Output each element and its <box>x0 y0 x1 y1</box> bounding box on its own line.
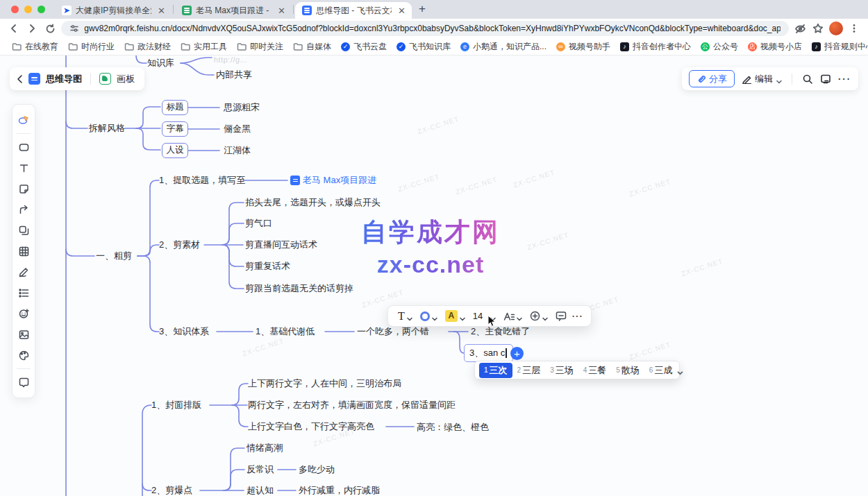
mindmap-node-cm5[interactable]: 剪跟当前选题无关的话剪掉 <box>245 282 353 295</box>
shape-tool-icon[interactable] <box>13 220 34 241</box>
new-tab-button[interactable]: + <box>419 2 426 16</box>
bookmark-folder[interactable]: 时尚行业 <box>63 40 119 54</box>
bookmark-folder[interactable]: 在线教育 <box>7 40 63 54</box>
share-button[interactable]: 分享 <box>689 70 735 87</box>
connector-tool-icon[interactable] <box>13 199 34 220</box>
ime-candidate-1[interactable]: 1三次 <box>479 363 512 378</box>
editing-node-input[interactable]: 3、san c <box>464 344 513 362</box>
image-tool-icon[interactable] <box>13 324 34 345</box>
tab-1[interactable]: ➤ 大健康IP剪辑接单全流程 - 飞... ✕ <box>55 2 172 19</box>
mindmap-node-style[interactable]: 拆解风格 <box>89 122 125 135</box>
more-format-icon[interactable]: ··· <box>572 311 583 321</box>
whiteboard-canvas[interactable]: ZX-CC.NETZX-CC.NETZX-CC.NETZX-CC.NETZX-C… <box>0 55 868 496</box>
mindmap-node-cut-material[interactable]: 2、剪素材 <box>159 239 200 251</box>
mindmap-node-cv3a[interactable]: 高亮：绿色、橙色 <box>417 421 489 434</box>
mindmap-node-faint-link[interactable]: http://g... <box>214 53 247 66</box>
mindmap-node-pick-topic[interactable]: 1、提取选题，填写至 <box>159 174 245 187</box>
text-highlight-button[interactable]: A <box>443 310 467 322</box>
tab-3-active[interactable]: 思维导图 - 飞书云文档 ✕ <box>295 2 412 19</box>
eye-off-icon[interactable] <box>793 22 807 35</box>
bookmark-folder[interactable]: 政法财经 <box>119 40 176 54</box>
frame-tool-icon[interactable] <box>13 137 34 157</box>
insert-button[interactable] <box>528 311 550 321</box>
mindmap-node-doc-link[interactable]: 老马 Max项目跟进 <box>290 174 376 187</box>
bookmark-site[interactable]: e小鹅通，知识产品... <box>456 40 551 54</box>
text-style-button[interactable]: T <box>396 310 415 323</box>
comment-tool-icon[interactable] <box>13 372 34 393</box>
reload-icon[interactable] <box>43 22 57 35</box>
sticker-tool-icon[interactable] <box>13 303 34 324</box>
theme-tool-icon[interactable] <box>13 345 34 366</box>
font-size-select[interactable]: 14 <box>471 311 498 321</box>
add-child-node-button[interactable]: + <box>510 347 524 360</box>
close-tab-icon[interactable]: ✕ <box>156 6 167 15</box>
site-settings-icon[interactable] <box>69 24 78 33</box>
table-tool-icon[interactable] <box>13 241 34 262</box>
comment-button[interactable] <box>553 311 569 321</box>
browser-menu-icon[interactable] <box>847 22 861 35</box>
bookmark-site[interactable]: ♪抖音创作者中心 <box>615 40 696 54</box>
select-tool-icon[interactable] <box>13 110 34 130</box>
edit-mode-button[interactable]: 编辑 <box>742 73 782 85</box>
mindmap-node-internal-share[interactable]: 内部共享 <box>216 69 252 81</box>
bookmark-site[interactable]: 公公众号 <box>696 40 743 54</box>
mindmap-node-knowledge-base[interactable]: 知识库 <box>147 57 174 69</box>
comment-panel-icon[interactable] <box>820 74 831 85</box>
back-icon[interactable] <box>7 22 21 35</box>
mindmap-node-ks3[interactable]: 2、主食吃错了 <box>471 325 530 338</box>
close-tab-icon[interactable]: ✕ <box>276 6 287 15</box>
mindmap-node-cm2[interactable]: 剪气口 <box>245 217 272 230</box>
profile-avatar[interactable] <box>829 22 843 35</box>
mindmap-node-font-subtitle[interactable]: 俪金黑 <box>224 123 251 135</box>
mindmap-node-ks2[interactable]: 一个吃多，两个错 <box>357 325 429 338</box>
bookmark-folder[interactable]: 即时关注 <box>232 40 288 54</box>
outline-tool-icon[interactable] <box>13 282 34 303</box>
bookmark-folder[interactable]: 自媒体 <box>288 40 336 54</box>
ime-expand-chevron[interactable] <box>677 368 683 373</box>
mindmap-node-tag-persona[interactable]: 人设 <box>162 143 188 158</box>
mindmap-node-burst[interactable]: 2、剪爆点 <box>151 484 192 496</box>
search-icon[interactable] <box>802 74 813 85</box>
mindmap-node-tag-title[interactable]: 标题 <box>162 100 188 115</box>
mindmap-node-cv3[interactable]: 上行文字白色，下行文字高亮色 <box>248 420 374 433</box>
ime-candidate-6[interactable]: 6三成 <box>644 363 678 378</box>
mindmap-node-cv1[interactable]: 上下两行文字，人在中间，三明治布局 <box>248 377 401 390</box>
text-tool-icon[interactable] <box>13 157 34 178</box>
mindmap-node-bp1[interactable]: 情绪高潮 <box>247 442 283 454</box>
more-actions-icon[interactable]: ··· <box>838 74 851 84</box>
ime-candidate-5[interactable]: 5散场 <box>611 363 644 378</box>
mindmap-node-bp3a[interactable]: 外行减重，内行减脂 <box>299 484 380 496</box>
ime-candidate-4[interactable]: 4三餐 <box>578 363 612 378</box>
mindmap-node-font-persona[interactable]: 江湖体 <box>224 144 251 157</box>
mindmap-node-cm1[interactable]: 掐头去尾，选题开头，或爆点开头 <box>245 196 381 209</box>
mindmap-node-bp3[interactable]: 超认知 <box>247 484 274 496</box>
mindmap-node-cv2[interactable]: 两行文字，左右对齐，填满画面宽度，保留适量间距 <box>248 399 456 411</box>
mindmap-node-cm4[interactable]: 剪重复话术 <box>245 260 290 273</box>
close-window-button[interactable] <box>11 6 19 13</box>
bookmark-site[interactable]: 店视频号小店 <box>743 40 807 54</box>
back-chevron-icon[interactable] <box>17 74 23 84</box>
ime-candidate-3[interactable]: 3三场 <box>545 363 578 378</box>
tab-2[interactable]: 老马 Max项目跟进 - 飞书云文... ✕ <box>175 2 292 19</box>
zoom-window-button[interactable] <box>37 6 45 13</box>
mindmap-node-cover[interactable]: 1、封面排版 <box>151 399 201 411</box>
mindmap-node-bp2a[interactable]: 多吃少动 <box>299 463 335 476</box>
sticky-note-tool-icon[interactable] <box>13 178 34 199</box>
bookmark-site[interactable]: ✓飞书知识库 <box>392 40 456 54</box>
bookmark-folder[interactable]: 实用工具 <box>176 40 232 54</box>
minimize-window-button[interactable] <box>24 6 32 13</box>
bookmark-star-icon[interactable] <box>811 22 825 35</box>
ime-candidate-2[interactable]: 2三层 <box>512 363 546 378</box>
border-color-button[interactable] <box>418 311 440 321</box>
board-label[interactable]: 画板 <box>117 73 135 85</box>
mindmap-node-knowledge-sys[interactable]: 3、知识体系 <box>159 325 209 338</box>
mindmap-node-cm3[interactable]: 剪直播间互动话术 <box>245 239 317 251</box>
mindmap-node-bp2[interactable]: 反常识 <box>247 463 274 476</box>
forward-icon[interactable] <box>25 22 39 35</box>
mindmap-node-font-title[interactable]: 思源粗宋 <box>224 101 260 114</box>
mindmap-node-rough-cut[interactable]: 一、粗剪 <box>96 250 132 262</box>
text-format-button[interactable] <box>501 311 524 321</box>
bookmark-site[interactable]: ∞视频号助手 <box>551 40 615 54</box>
bookmark-site[interactable]: ✓飞书云盘 <box>336 40 392 54</box>
mindmap-node-ks1[interactable]: 1、基础代谢低 <box>256 325 315 338</box>
